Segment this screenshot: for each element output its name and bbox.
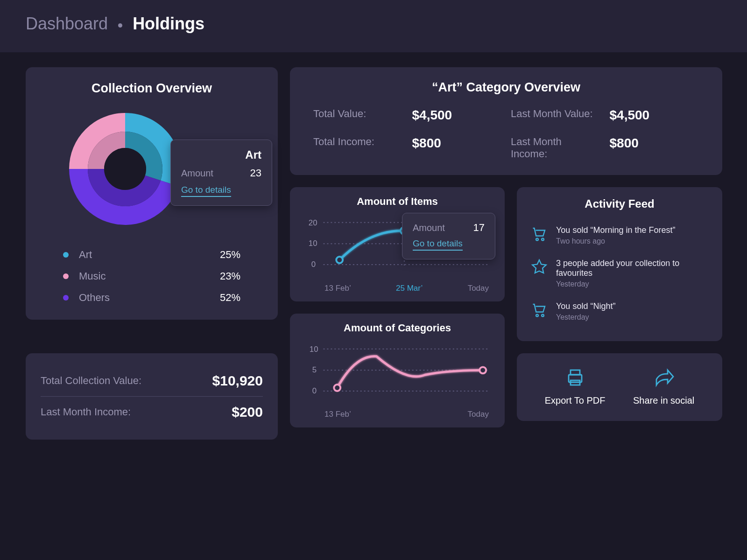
svg-point-0 [104, 148, 146, 190]
svg-point-12 [542, 238, 544, 241]
activity-title: Activity Feed [531, 197, 708, 210]
total-collection-value: $10,920 [212, 373, 263, 389]
cart-icon [531, 301, 548, 318]
collection-title: Collection Overview [44, 81, 259, 96]
activity-text: You sold “Night” [556, 301, 615, 311]
share-button[interactable]: Share in social [633, 366, 694, 406]
tooltip-amount-value: 17 [473, 222, 485, 234]
x-label: Today [468, 284, 489, 293]
categories-line-chart[interactable]: 10 5 0 [300, 338, 494, 407]
legend-swatch-icon [63, 252, 69, 258]
tooltip-title: Art [181, 148, 261, 161]
svg-point-11 [536, 238, 538, 241]
activity-item[interactable]: 3 people added your collection to favour… [531, 252, 708, 295]
categories-chart-card: Amount of Categories 10 5 0 13 Feb’ Toda… [290, 314, 505, 428]
cat-lastmonth-income-label: Last Month Income: [511, 136, 600, 160]
x-label: 13 Feb’ [324, 410, 351, 419]
last-month-income-value: $200 [232, 404, 263, 420]
collection-donut-chart[interactable] [62, 106, 188, 232]
tooltip-amount-label: Amount [413, 223, 445, 233]
tooltip-amount-label: Amount [181, 168, 213, 179]
svg-point-10 [479, 367, 486, 373]
svg-text:10: 10 [310, 344, 318, 353]
x-label: Today [468, 410, 489, 419]
category-title: “Art” Category Overview [309, 80, 704, 95]
activity-time: Two hours ago [556, 237, 675, 245]
svg-point-14 [542, 315, 544, 317]
svg-point-13 [536, 315, 538, 317]
svg-text:0: 0 [312, 386, 317, 395]
svg-text:20: 20 [309, 218, 317, 227]
cat-total-value-label: Total Value: [313, 108, 403, 123]
cat-total-value: $4,500 [412, 108, 502, 123]
legend-item-others[interactable]: Others 52% [63, 292, 240, 304]
activity-text: You sold “Morning in the Forest” [556, 225, 675, 235]
cat-total-income: $800 [412, 136, 502, 160]
legend-item-music[interactable]: Music 23% [63, 270, 240, 282]
svg-rect-16 [571, 370, 580, 375]
share-arrow-icon [653, 366, 675, 389]
items-chart-card: Amount of Items 20 10 0 13 Feb’ 25 Mar’ … [290, 187, 505, 301]
cat-total-income-label: Total Income: [313, 136, 403, 160]
breadcrumb: Dashboard Holdings [0, 0, 747, 52]
printer-icon [564, 366, 586, 389]
cart-icon [531, 225, 548, 242]
export-pdf-button[interactable]: Export To PDF [545, 366, 606, 406]
activity-time: Yesterday [556, 280, 708, 288]
tooltip-details-link[interactable]: Go to details [181, 185, 231, 197]
donut-tooltip: Art Amount 23 Go to details [170, 140, 272, 206]
x-label-active: 25 Mar’ [396, 284, 423, 293]
cat-lastmonth-value-label: Last Month Value: [511, 108, 600, 123]
categories-chart-title: Amount of Categories [300, 322, 494, 334]
legend-swatch-icon [63, 295, 69, 301]
legend-swatch-icon [63, 273, 69, 279]
breadcrumb-root[interactable]: Dashboard [26, 14, 108, 34]
activity-time: Yesterday [556, 313, 615, 322]
activity-feed-card: Activity Feed You sold “Morning in the F… [517, 187, 722, 341]
svg-text:0: 0 [311, 260, 316, 269]
total-collection-label: Total Collection Value: [41, 375, 141, 387]
x-label: 13 Feb’ [324, 284, 351, 293]
last-month-income-label: Last Month Income: [41, 406, 131, 418]
actions-card: Export To PDF Share in social [517, 353, 722, 421]
cat-lastmonth-value: $4,500 [610, 108, 699, 123]
activity-item[interactable]: You sold “Morning in the Forest” Two hou… [531, 219, 708, 252]
svg-text:10: 10 [309, 239, 317, 248]
svg-point-9 [334, 385, 340, 391]
breadcrumb-separator-icon [118, 23, 122, 28]
tooltip-details-link[interactable]: Go to details [413, 238, 463, 251]
svg-point-4 [336, 257, 343, 263]
legend-item-art[interactable]: Art 25% [63, 249, 240, 261]
collection-overview-card: Collection Overview Art Amount [26, 67, 278, 320]
breadcrumb-current: Holdings [133, 14, 204, 34]
cat-lastmonth-income: $800 [610, 136, 699, 160]
star-icon [531, 259, 548, 275]
items-chart-title: Amount of Items [300, 196, 494, 208]
activity-item[interactable]: You sold “Night” Yesterday [531, 295, 708, 328]
donut-legend: Art 25% Music 23% Others 52% [63, 249, 240, 304]
category-overview-card: “Art” Category Overview Total Value: $4,… [290, 67, 722, 175]
tooltip-amount-value: 23 [250, 167, 261, 179]
items-chart-tooltip: Amount 17 Go to details [402, 213, 495, 259]
totals-card: Total Collection Value: $10,920 Last Mon… [26, 353, 278, 440]
svg-text:5: 5 [312, 365, 317, 374]
activity-text: 3 people added your collection to favour… [556, 259, 708, 278]
